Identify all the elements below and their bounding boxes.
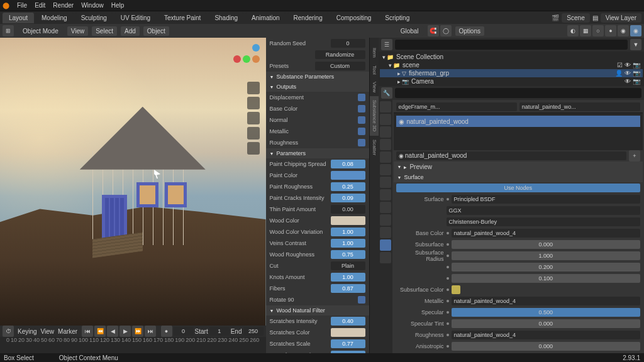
outliner-camera[interactable]: ▸ 📷 Camera👁📷 xyxy=(380,77,643,85)
distribution-select[interactable]: GGX xyxy=(447,206,641,215)
play-rev-icon[interactable]: ◀ xyxy=(107,326,118,337)
presets-select[interactable]: Custom xyxy=(315,62,365,70)
mat-node-name[interactable]: natural_painted_wood xyxy=(407,118,469,125)
outliner-root[interactable]: ▾ 📁 Scene Collection xyxy=(380,53,643,61)
properties-search[interactable] xyxy=(395,88,642,98)
random-seed-field[interactable]: 0 xyxy=(331,39,365,48)
param-value[interactable]: 0.09 xyxy=(331,194,365,202)
mat-name-field[interactable]: ◉ natural_painted_wood xyxy=(396,151,627,160)
viewlayer-field[interactable]: View Layer xyxy=(601,13,641,23)
ptab-output[interactable] xyxy=(380,114,391,125)
param-value[interactable]: 0.08 xyxy=(331,160,365,168)
menu-window[interactable]: Window xyxy=(81,2,104,9)
vp-select[interactable]: Select xyxy=(92,26,117,36)
tab-texture[interactable]: Texture Paint xyxy=(158,13,207,23)
tab-shading[interactable]: Shading xyxy=(208,13,244,23)
mat-prop-value[interactable]: 1.000 xyxy=(452,251,641,260)
use-nodes-button[interactable]: Use Nodes xyxy=(396,184,641,192)
mat-slot-1[interactable]: natural_painted_wo... xyxy=(519,102,640,111)
filter-icon[interactable]: ▼ xyxy=(630,39,641,50)
shading-matprev-icon[interactable]: ◉ xyxy=(618,25,629,36)
tab-animation[interactable]: Animation xyxy=(245,13,286,23)
shading-rendered-icon[interactable]: ◉ xyxy=(630,25,641,36)
next-key-icon[interactable]: ⏩ xyxy=(132,326,143,337)
socket-dot[interactable] xyxy=(447,255,449,257)
surface-shader[interactable]: Principled BSDF xyxy=(452,195,641,204)
overlay-icon[interactable]: ◐ xyxy=(567,25,579,36)
section-substance[interactable]: Substance Parameters xyxy=(266,72,369,82)
output-check[interactable] xyxy=(358,105,365,112)
axis-y-icon[interactable] xyxy=(243,55,250,63)
socket-dot[interactable] xyxy=(447,334,449,336)
mat-prop-value[interactable]: 0.500 xyxy=(452,308,641,317)
vtab-substance[interactable]: Substance 3D xyxy=(370,96,379,135)
param-value[interactable] xyxy=(331,216,365,225)
mode-select[interactable]: Object Mode xyxy=(18,26,64,36)
vtab-scatter[interactable]: Scatter xyxy=(370,136,379,159)
ptab-material[interactable] xyxy=(380,239,391,251)
socket-dot[interactable] xyxy=(447,322,449,325)
ptab-physics[interactable] xyxy=(380,202,391,213)
ptab-viewlayer[interactable] xyxy=(380,126,391,138)
camera-view-icon[interactable] xyxy=(247,112,260,124)
axis-neg-icon[interactable] xyxy=(252,55,260,63)
play-icon[interactable]: ▶ xyxy=(119,326,131,337)
param-value[interactable]: 0.25 xyxy=(331,182,365,191)
autokey-icon[interactable]: ● xyxy=(161,326,172,337)
socket-dot[interactable] xyxy=(447,300,449,302)
menu-edit[interactable]: Edit xyxy=(35,2,45,9)
axis-x-icon[interactable] xyxy=(233,55,241,63)
param-value[interactable]: 1.00 xyxy=(331,228,365,236)
mat-prop-value[interactable]: natural_painted_wood_4 xyxy=(452,331,641,339)
jump-end-icon[interactable]: ⏭ xyxy=(145,326,156,337)
scene-field[interactable]: Scene xyxy=(562,13,589,23)
sss-method-select[interactable]: Christensen-Burley xyxy=(447,217,641,226)
grid-icon[interactable] xyxy=(247,142,260,155)
param-value[interactable] xyxy=(331,328,365,337)
socket-dot[interactable] xyxy=(447,243,449,246)
tl-marker[interactable]: Marker xyxy=(58,328,77,335)
snap-icon[interactable]: 🧲 xyxy=(428,25,439,36)
xray-icon[interactable]: ▦ xyxy=(580,25,591,36)
jump-start-icon[interactable]: ⏮ xyxy=(82,326,93,337)
tl-keying[interactable]: Keying xyxy=(18,328,37,335)
mat-prop-value[interactable] xyxy=(452,285,460,294)
shading-wire-icon[interactable]: ○ xyxy=(592,25,604,36)
outliner-fisherman[interactable]: ▸ ▽ fisherman_grp👤👁📷 xyxy=(380,69,643,77)
nav-gizmo[interactable] xyxy=(233,44,260,63)
outliner-scene[interactable]: ▾ 📁 scene☑👁📷 xyxy=(380,61,643,69)
ptab-data[interactable] xyxy=(380,227,391,238)
mat-prop-value[interactable]: 0.200 xyxy=(452,263,641,272)
timeline-editor-icon[interactable]: ⏱ xyxy=(3,326,14,337)
ptab-particle[interactable] xyxy=(380,189,391,200)
section-surface[interactable]: Surface xyxy=(394,172,643,182)
vtab-item[interactable]: Item xyxy=(370,44,379,62)
menu-file[interactable]: File xyxy=(17,2,27,9)
socket-dot[interactable] xyxy=(447,232,449,234)
tab-rendering[interactable]: Rendering xyxy=(287,13,329,23)
move-view-icon[interactable] xyxy=(247,97,260,109)
end-frame[interactable]: 250 xyxy=(243,327,264,336)
ptab-world[interactable] xyxy=(380,151,391,163)
start-frame[interactable]: 1 xyxy=(209,327,230,336)
ptab-constraint[interactable] xyxy=(380,214,391,226)
tab-sculpting[interactable]: Sculpting xyxy=(75,13,113,23)
mat-slot-0[interactable]: edgeFrame_m... xyxy=(396,102,517,111)
param-value[interactable] xyxy=(331,171,365,180)
tab-uv[interactable]: UV Editing xyxy=(114,13,157,23)
socket-dot[interactable] xyxy=(447,277,449,280)
socket-dot[interactable] xyxy=(447,288,449,291)
param-value[interactable]: 0.00 xyxy=(331,205,365,214)
output-check[interactable] xyxy=(358,116,365,124)
param-value[interactable]: 1.00 xyxy=(331,273,365,282)
output-check[interactable] xyxy=(358,128,365,135)
current-frame[interactable]: 0 xyxy=(174,327,194,336)
outliner-editor-icon[interactable]: ☰ xyxy=(381,39,392,50)
param-value[interactable]: 0.77 xyxy=(331,339,365,348)
mat-new-icon[interactable]: + xyxy=(629,150,640,162)
output-check[interactable] xyxy=(358,139,365,146)
ptab-modifier[interactable] xyxy=(380,177,391,188)
mat-prop-value[interactable]: 0.100 xyxy=(452,274,641,283)
param-value[interactable]: 0.75 xyxy=(331,250,365,259)
randomize-button[interactable]: Randomize xyxy=(315,50,365,59)
